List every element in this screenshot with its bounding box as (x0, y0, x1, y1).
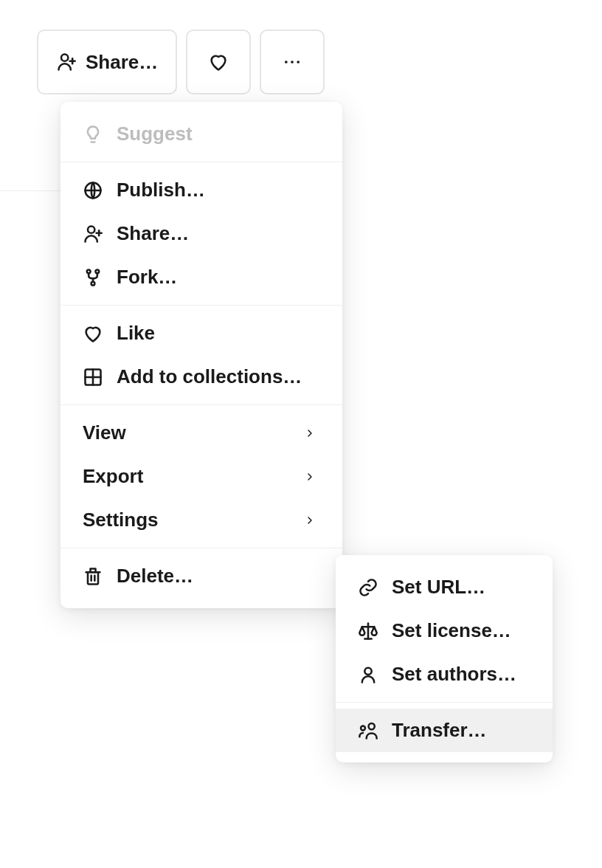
menu-item-label: Settings (83, 509, 159, 531)
chevron-right-icon (300, 466, 320, 487)
menu-item-export[interactable]: Export (60, 455, 342, 498)
chevron-right-icon (300, 423, 320, 444)
svg-point-12 (361, 726, 365, 730)
menu-item-publish[interactable]: Publish… (60, 168, 342, 212)
submenu-item-set-url[interactable]: Set URL… (336, 565, 553, 609)
heart-icon (208, 52, 229, 72)
submenu-item-label: Set URL… (392, 576, 485, 599)
toolbar: Share… (0, 0, 602, 94)
lightbulb-icon (83, 124, 103, 145)
more-horizontal-icon (282, 52, 302, 72)
settings-submenu: Set URL… Set license… Set authors… Trans… (336, 555, 553, 762)
svg-point-10 (364, 667, 371, 674)
menu-item-label: Fork… (117, 266, 177, 289)
page-divider (0, 190, 60, 191)
menu-item-label: Share… (117, 222, 189, 245)
menu-item-delete[interactable]: Delete… (60, 554, 342, 598)
menu-item-label: Delete… (117, 565, 193, 588)
more-button[interactable] (260, 30, 325, 94)
svg-point-0 (61, 55, 68, 61)
submenu-item-label: Transfer… (392, 719, 487, 742)
person-icon (358, 664, 378, 685)
scale-icon (358, 621, 378, 641)
menu-item-suggest: Suggest (60, 112, 342, 156)
menu-item-label: Like (117, 322, 155, 345)
action-dropdown: Suggest Publish… Share… Fork… Li (60, 102, 342, 608)
globe-icon (83, 180, 103, 201)
svg-point-11 (369, 723, 375, 729)
submenu-item-label: Set authors… (392, 663, 516, 686)
menu-item-view[interactable]: View (60, 411, 342, 455)
menu-item-add-to-collections[interactable]: Add to collections… (60, 355, 342, 399)
submenu-item-label: Set license… (392, 619, 511, 642)
share-button[interactable]: Share… (37, 30, 177, 94)
menu-item-label: Add to collections… (117, 365, 302, 388)
person-plus-icon (56, 52, 77, 72)
menu-item-label: View (83, 421, 126, 444)
grid-icon (83, 367, 103, 388)
trash-icon (83, 566, 103, 587)
submenu-item-set-license[interactable]: Set license… (336, 609, 553, 652)
svg-point-3 (297, 61, 300, 63)
svg-point-2 (291, 61, 294, 63)
share-button-label: Share… (86, 51, 158, 74)
heart-icon (83, 323, 103, 344)
svg-point-5 (88, 226, 94, 232)
submenu-item-set-authors[interactable]: Set authors… (336, 652, 553, 696)
menu-item-label: Export (83, 465, 143, 488)
menu-item-label: Publish… (117, 179, 205, 202)
person-plus-icon (83, 224, 103, 244)
link-icon (358, 577, 378, 598)
menu-item-label: Suggest (117, 123, 193, 145)
menu-item-share[interactable]: Share… (60, 212, 342, 255)
submenu-item-transfer[interactable]: Transfer… (336, 709, 553, 752)
chevron-right-icon (300, 510, 320, 531)
fork-icon (83, 267, 103, 288)
menu-item-like[interactable]: Like (60, 311, 342, 355)
people-icon (358, 720, 378, 741)
menu-item-settings[interactable]: Settings (60, 498, 342, 542)
like-button[interactable] (186, 30, 251, 94)
menu-item-fork[interactable]: Fork… (60, 255, 342, 299)
svg-point-1 (285, 61, 288, 63)
